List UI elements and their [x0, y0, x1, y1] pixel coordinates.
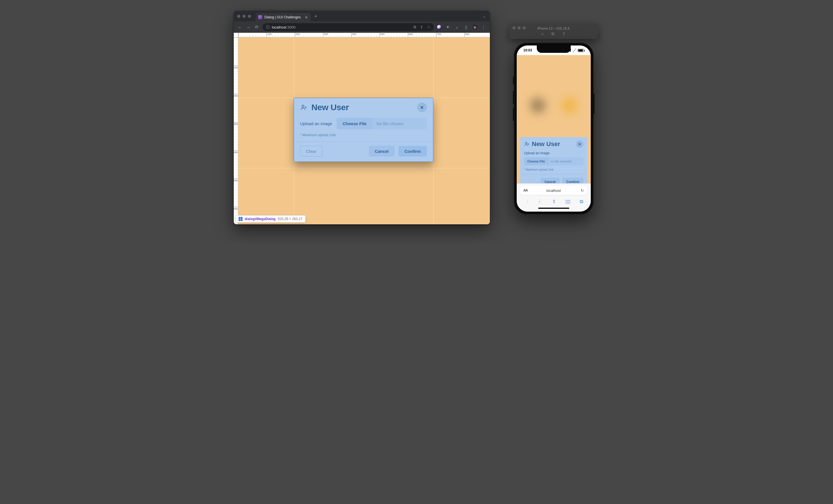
iphone-frame: 10:03 ⋰: [514, 43, 594, 215]
file-input[interactable]: Choose File No file chosen: [337, 118, 427, 129]
kebab-menu-icon[interactable]: ⋮: [481, 25, 486, 30]
selector-text: dialog#MegaDialog: [245, 217, 276, 221]
choose-file-button[interactable]: Choose File: [524, 157, 548, 165]
profile-avatar-icon[interactable]: ◉: [472, 25, 477, 30]
choose-file-button[interactable]: Choose File: [337, 118, 373, 129]
chrome-tab-active[interactable]: Dialog | GUI Challenges ✕: [256, 13, 311, 22]
upload-hint: * Maximum upload 1mb: [300, 133, 427, 137]
tabs-icon[interactable]: ⧉: [580, 199, 583, 204]
safari-addressbar[interactable]: AA localhost ↻: [520, 186, 587, 195]
simulator-titlebar: iPhone 13 – iOS 15.4 ⌂ ⧉ ⇪: [509, 24, 598, 39]
chrome-window: Dialog | GUI Challenges ✕ ＋ ⌄ ← → ⟳ ⓘ lo…: [234, 11, 490, 224]
tab-title: Dialog | GUI Challenges: [265, 15, 301, 19]
new-tab-button[interactable]: ＋: [313, 13, 318, 19]
reload-icon[interactable]: ↻: [580, 188, 584, 193]
macos-traffic-lights[interactable]: [513, 26, 526, 29]
media-icon[interactable]: ♪: [454, 25, 460, 30]
omnibox-url: localhost:3000: [272, 25, 296, 29]
back-icon[interactable]: ←: [237, 25, 243, 30]
confirm-button[interactable]: Confirm: [399, 146, 427, 156]
page-canvas: New User ✕ Upload an image Choose File N…: [238, 37, 490, 224]
blurred-background-buttons: [517, 98, 591, 113]
vertical-ruler: 100200300400500600: [234, 33, 238, 224]
svg-point-1: [525, 143, 527, 144]
bookmarks-icon[interactable]: ▯▯: [565, 199, 570, 204]
safari-url: localhost: [546, 188, 561, 193]
upload-label: Upload an image: [520, 149, 587, 157]
macos-traffic-lights[interactable]: [237, 15, 251, 18]
share-icon[interactable]: ⇪: [552, 199, 556, 204]
star-icon[interactable]: ☆: [427, 25, 430, 29]
upload-label: Upload an image: [300, 121, 332, 126]
simulator-window: iPhone 13 – iOS 15.4 ⌂ ⧉ ⇪: [509, 24, 598, 39]
browser-viewport: 100200300400500600700800900 100200300400…: [234, 33, 490, 224]
file-input[interactable]: Choose File no file selected: [524, 157, 584, 165]
dialog-title: New User: [532, 141, 560, 148]
safari-viewport: New User ✕ Upload an image Choose File n…: [517, 55, 591, 183]
chrome-toolbar: ← → ⟳ ⓘ localhost:3000 ⧉ ⇪ ☆ ✦ ♪ ▯ ◉: [234, 22, 490, 33]
file-status-label: no file selected: [548, 157, 584, 165]
user-plus-icon: [300, 104, 308, 111]
wifi-icon: ⋰: [573, 48, 576, 52]
iphone-notch: [537, 46, 571, 53]
cancel-button[interactable]: Cancel: [369, 146, 395, 156]
extension-icon[interactable]: [437, 25, 442, 30]
close-tab-icon[interactable]: ✕: [305, 15, 308, 20]
mega-dialog: New User ✕ Upload an image Choose File N…: [294, 98, 433, 162]
open-external-icon[interactable]: ⧉: [413, 25, 416, 29]
close-dialog-button[interactable]: ✕: [576, 141, 584, 148]
screenshot-icon[interactable]: ⧉: [551, 31, 554, 36]
user-plus-icon: [524, 141, 530, 147]
toolbar-right-icons: ✦ ♪ ▯ ◉ ⋮: [437, 25, 486, 30]
info-icon[interactable]: ⓘ: [266, 25, 270, 30]
dialog-header: New User ✕: [294, 98, 433, 116]
reload-icon[interactable]: ⟳: [254, 25, 260, 30]
svg-point-0: [302, 105, 304, 107]
clear-button[interactable]: Clear: [300, 146, 323, 156]
tabstrip-overflow-icon[interactable]: ⌄: [483, 14, 486, 18]
cancel-button[interactable]: Cancel: [541, 178, 560, 183]
devices-icon[interactable]: ▯: [463, 25, 469, 30]
safari-bottom-chrome: AA localhost ↻ 〈 〉 ⇪ ▯▯ ⧉: [517, 183, 591, 211]
upload-hint: * Maximum upload 1mb: [520, 165, 587, 174]
omnibox[interactable]: ⓘ localhost:3000 ⧉ ⇪ ☆: [263, 23, 434, 31]
mobile-mega-dialog: New User ✕ Upload an image Choose File n…: [520, 137, 587, 183]
battery-icon: [578, 49, 584, 52]
home-icon[interactable]: ⌂: [541, 31, 544, 36]
dialog-title: New User: [311, 103, 349, 112]
share-icon[interactable]: ⇪: [562, 31, 566, 36]
devtools-element-chip[interactable]: dialog#MegaDialog 520.29 × 263.17: [235, 215, 306, 223]
ios-time: 10:03: [523, 48, 532, 52]
dimensions-text: 520.29 × 263.17: [278, 217, 303, 221]
forward-icon[interactable]: 〉: [538, 198, 543, 205]
share-icon[interactable]: ⇪: [420, 25, 423, 29]
confirm-button[interactable]: Confirm: [563, 178, 584, 183]
chrome-tabstrip: Dialog | GUI Challenges ✕ ＋ ⌄: [234, 11, 490, 22]
back-icon: 〈: [524, 198, 529, 205]
grid-icon: [239, 217, 242, 221]
file-status-label: No file chosen: [373, 118, 427, 129]
horizontal-ruler: 100200300400500600700800900: [234, 33, 490, 37]
favicon-icon: [258, 15, 262, 19]
home-indicator[interactable]: [517, 206, 591, 211]
extensions-menu-icon[interactable]: ✦: [445, 25, 451, 30]
text-size-button[interactable]: AA: [523, 188, 528, 193]
forward-icon[interactable]: →: [246, 25, 251, 30]
close-dialog-button[interactable]: ✕: [417, 103, 427, 112]
